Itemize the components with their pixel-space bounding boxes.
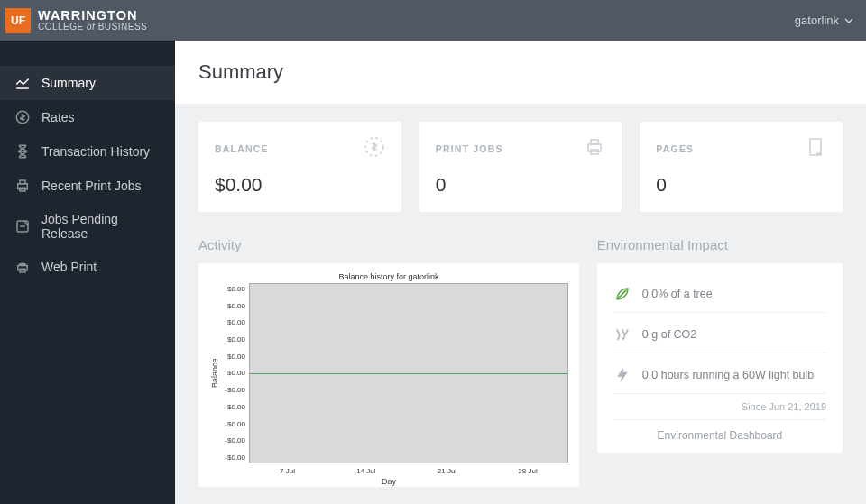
- y-tick: $0.00: [227, 302, 245, 310]
- main-content: Summary BALANCE $0.00 PRINT JOBS 0: [175, 41, 866, 504]
- user-menu[interactable]: gatorlink: [795, 14, 853, 27]
- chart-series-line: [250, 373, 567, 374]
- chart-x-axis: 7 Jul14 Jul21 Jul28 Jul: [249, 463, 568, 475]
- balance-value: $0.00: [215, 174, 385, 196]
- sidebar-item-recent-print-jobs[interactable]: Recent Print Jobs: [0, 169, 175, 203]
- sidebar-item-label: Jobs Pending Release: [41, 212, 161, 241]
- web-print-icon: [14, 259, 31, 275]
- sidebar-item-transaction-history[interactable]: Transaction History: [0, 134, 175, 169]
- env-bulb-text: 0.0 hours running a 60W light bulb: [642, 369, 814, 381]
- sidebar-item-label: Transaction History: [41, 144, 150, 159]
- co2-icon: [613, 325, 631, 344]
- x-tick: 28 Jul: [518, 467, 537, 475]
- chart-ylabel: Balance: [209, 283, 220, 463]
- chevron-down-icon: [844, 16, 853, 25]
- env-co2-row: 0 g of CO2: [613, 316, 826, 353]
- env-bulb-row: 0.0 hours running a 60W light bulb: [613, 357, 826, 394]
- logo-title: WARRINGTON: [38, 9, 147, 23]
- stats-row: BALANCE $0.00 PRINT JOBS 0 PAGES: [198, 122, 843, 212]
- y-tick: -$0.00: [225, 403, 245, 411]
- page-icon: [805, 136, 826, 161]
- lightning-icon: [613, 366, 631, 384]
- pending-icon: [14, 218, 31, 234]
- chart-plot-area: [249, 283, 568, 463]
- logo-subtitle: COLLEGE of BUSINESS: [38, 23, 147, 32]
- svg-rect-2: [20, 180, 25, 184]
- env-tree-text: 0.0% of a tree: [642, 288, 713, 300]
- activity-title: Activity: [198, 237, 579, 252]
- printer-icon: [14, 178, 31, 194]
- sidebar-item-label: Rates: [41, 110, 75, 124]
- pages-label: PAGES: [656, 143, 694, 154]
- y-tick: $0.00: [227, 285, 245, 293]
- y-tick: $0.00: [227, 369, 245, 377]
- y-tick: $0.00: [227, 353, 245, 361]
- y-tick: $0.00: [227, 335, 245, 344]
- svg-rect-9: [591, 140, 598, 144]
- svg-rect-8: [588, 144, 601, 151]
- sidebar: Summary Rates Transaction History Recent…: [0, 41, 175, 504]
- y-tick: -$0.00: [225, 436, 245, 444]
- chart-title: Balance history for gatorlink: [209, 272, 568, 281]
- chart-y-axis: $0.00$0.00$0.00$0.00$0.00$0.00-$0.00-$0.…: [220, 283, 249, 463]
- sidebar-item-web-print[interactable]: Web Print: [0, 250, 175, 284]
- sidebar-item-rates[interactable]: Rates: [0, 100, 175, 134]
- activity-chart: Balance history for gatorlink Balance $0…: [198, 263, 579, 487]
- print-jobs-label: PRINT JOBS: [436, 143, 503, 154]
- env-title: Environmental Impact: [597, 237, 843, 252]
- pages-value: 0: [656, 174, 826, 196]
- uf-badge: UF: [5, 8, 31, 33]
- leaf-icon: [613, 285, 631, 303]
- y-tick: -$0.00: [225, 454, 245, 462]
- top-bar: UF WARRINGTON COLLEGE of BUSINESS gatorl…: [0, 0, 866, 41]
- printer-icon: [584, 136, 605, 161]
- print-jobs-card: PRINT JOBS 0: [419, 122, 622, 212]
- x-tick: 7 Jul: [280, 467, 295, 475]
- summary-icon: [14, 75, 31, 91]
- chart-xlabel: Day: [209, 477, 568, 486]
- user-name: gatorlink: [795, 14, 839, 27]
- y-tick: $0.00: [227, 318, 245, 326]
- sidebar-item-summary[interactable]: Summary: [0, 66, 175, 100]
- page-title: Summary: [198, 60, 843, 84]
- pages-card: PAGES 0: [640, 122, 843, 212]
- sidebar-item-jobs-pending-release[interactable]: Jobs Pending Release: [0, 203, 175, 250]
- env-tree-row: 0.0% of a tree: [613, 276, 826, 313]
- rates-icon: [14, 109, 31, 125]
- balance-card: BALANCE $0.00: [198, 122, 401, 212]
- x-tick: 21 Jul: [438, 467, 456, 475]
- sidebar-item-label: Recent Print Jobs: [41, 179, 142, 193]
- y-tick: -$0.00: [225, 420, 245, 428]
- history-icon: [14, 143, 31, 160]
- env-since: Since Jun 21, 2019: [613, 398, 826, 412]
- y-tick: -$0.00: [225, 386, 245, 394]
- x-tick: 14 Jul: [356, 467, 375, 475]
- brand-logo: UF WARRINGTON COLLEGE of BUSINESS: [0, 8, 147, 33]
- activity-panel: Activity Balance history for gatorlink B…: [198, 237, 579, 487]
- dollar-circle-icon: [364, 136, 385, 161]
- page-header: Summary: [175, 41, 866, 104]
- sidebar-item-label: Web Print: [41, 260, 97, 274]
- sidebar-item-label: Summary: [41, 76, 96, 90]
- print-jobs-value: 0: [436, 174, 606, 196]
- environmental-dashboard-link[interactable]: Environmental Dashboard: [613, 419, 826, 442]
- environmental-panel: Environmental Impact 0.0% of a tree 0 g …: [597, 237, 843, 487]
- balance-label: BALANCE: [215, 143, 269, 154]
- env-co2-text: 0 g of CO2: [642, 328, 696, 341]
